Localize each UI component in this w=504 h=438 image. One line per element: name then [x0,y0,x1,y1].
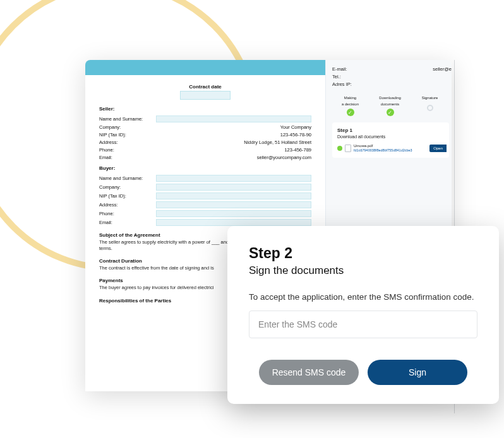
step1-title: Step 1 [337,127,444,133]
step-signature-label1: Signature [422,96,438,100]
buyer-nip-input[interactable] [156,192,311,199]
check-icon: ✓ [387,109,394,116]
buyer-email-label: Email: [99,220,156,225]
seller-company-label: Company: [99,124,156,130]
step-decision-label1: Making [344,96,356,100]
step-decision: Making a decision ✓ [332,96,368,116]
seller-nip-label: NIP (Tax ID): [99,132,156,138]
modal-description: To accept the application, enter the SMS… [249,292,477,302]
seller-company-value: Your Company [156,124,311,130]
open-button[interactable]: Open [429,145,447,152]
step-download-label1: Downloading [379,96,401,100]
buyer-name-label: Name and Surname: [99,175,156,181]
seller-address-value: Niddry Lodge, 51 Holland Street [156,139,311,145]
modal-title: Step 2 [249,245,477,262]
buyer-email-input[interactable] [156,219,311,226]
buyer-nip-label: NIP (Tax ID): [99,193,156,199]
sms-code-input[interactable]: Enter the SMS code [249,311,477,338]
buyer-phone-input[interactable] [156,210,311,217]
email-value: seller@e [433,66,452,72]
step1-subtitle: Download all documents [337,134,444,139]
seller-address-label: Address: [99,139,156,145]
doc-hash: fd1c67940038f8ed8bf755d841d2cbe3 [354,148,427,153]
step-download-label2: documents [381,102,399,106]
seller-phone-label: Phone: [99,147,156,153]
seller-email-value: seller@yourcompany.com [156,155,311,160]
modal-subtitle: Sign the documents [249,264,477,277]
step-download: Downloading documents ✓ [372,96,408,116]
buyer-phone-label: Phone: [99,211,156,216]
buyer-name-input[interactable] [156,175,311,182]
check-icon [337,146,342,151]
progress-steps: Making a decision ✓ Downloading document… [332,96,452,116]
seller-nip-value: 123-456-78-90 [156,132,311,138]
email-label: E-mail: [332,66,347,72]
step1-card: Step 1 Download all documents Umowa.pdf … [332,122,449,158]
document-row: Umowa.pdf fd1c67940038f8ed8bf755d841d2cb… [337,144,444,153]
empty-circle-icon [427,105,433,111]
seller-email-label: Email: [99,155,156,160]
step-signature: Signature [412,96,448,116]
contract-title: Contract date [99,84,311,90]
buyer-address-input[interactable] [156,201,311,208]
seller-name-label: Name and Surname: [99,116,156,122]
tel-label: Tel.: [332,74,341,80]
doc-name: Umowa.pdf [354,144,427,148]
check-icon: ✓ [347,109,354,116]
buyer-company-input[interactable] [156,184,311,191]
contract-date-input[interactable] [180,91,231,100]
buyer-address-label: Address: [99,202,156,208]
buyer-company-label: Company: [99,184,156,190]
ip-label: Adres IP: [332,81,352,87]
contract-topbar [85,60,325,75]
file-icon [345,145,351,152]
seller-section-label: Seller: [99,106,311,112]
step-decision-label2: a decision [342,102,359,106]
resend-sms-button[interactable]: Resend SMS code [259,360,359,385]
buyer-section-label: Buyer: [99,165,311,171]
sms-modal: Step 2 Sign the documents To accept the … [227,226,499,404]
sign-button[interactable]: Sign [368,360,467,385]
seller-phone-value: 123-456-789 [156,147,311,153]
seller-name-input[interactable] [156,115,311,122]
sms-placeholder: Enter the SMS code [258,319,337,329]
